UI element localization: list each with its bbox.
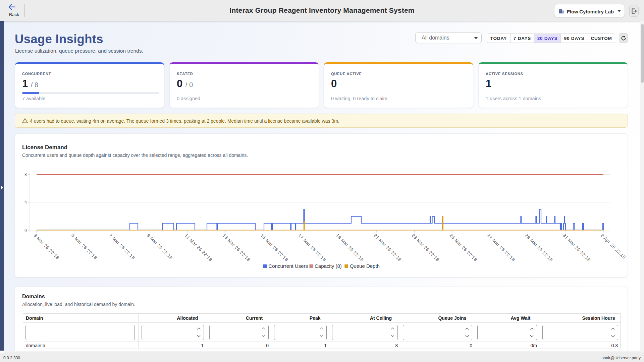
svg-text:23 Mar 26 22:18: 23 Mar 26 22:18: [411, 233, 440, 263]
svg-text:8: 8: [24, 172, 27, 177]
svg-text:0: 0: [24, 228, 27, 233]
svg-text:27 Mar 26 22:18: 27 Mar 26 22:18: [486, 233, 516, 263]
svg-text:29 Mar 26 22:18: 29 Mar 26 22:18: [524, 233, 554, 263]
svg-text:2 Apr 26 22:18: 2 Apr 26 22:18: [600, 233, 627, 260]
svg-text:4: 4: [24, 200, 27, 205]
svg-text:15 Mar 26 22:18: 15 Mar 26 22:18: [260, 233, 289, 263]
svg-text:17 Mar 26 22:18: 17 Mar 26 22:18: [297, 233, 327, 263]
svg-text:Queue Depth: Queue Depth: [350, 263, 380, 269]
svg-text:3 Mar 26 22:18: 3 Mar 26 22:18: [33, 233, 60, 261]
svg-text:31 Mar 26 22:18: 31 Mar 26 22:18: [562, 233, 592, 263]
svg-text:11 Mar 26 22:18: 11 Mar 26 22:18: [184, 233, 213, 262]
svg-text:25 Mar 26 22:18: 25 Mar 26 22:18: [448, 233, 478, 263]
svg-text:9 Mar 26 22:18: 9 Mar 26 22:18: [146, 233, 174, 261]
svg-text:21 Mar 26 22:18: 21 Mar 26 22:18: [373, 233, 403, 263]
svg-text:7 Mar 26 22:18: 7 Mar 26 22:18: [108, 233, 136, 261]
svg-text:5 Mar 26 22:18: 5 Mar 26 22:18: [70, 233, 98, 261]
svg-text:Concurrent Users: Concurrent Users: [269, 263, 308, 269]
svg-text:13 Mar 26 22:18: 13 Mar 26 22:18: [222, 233, 252, 263]
svg-text:Capacity (8): Capacity (8): [315, 263, 342, 269]
svg-text:19 Mar 26 22:18: 19 Mar 26 22:18: [335, 233, 365, 263]
